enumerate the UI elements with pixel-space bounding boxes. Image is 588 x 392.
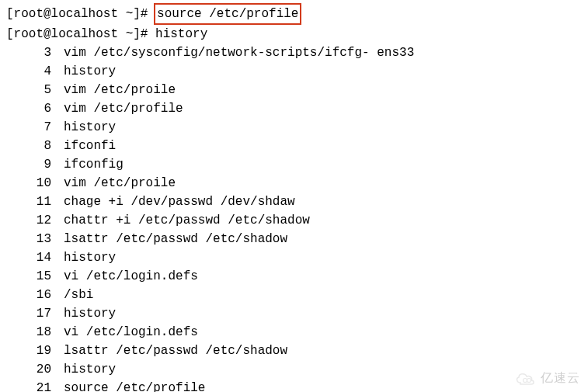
history-entry: 3vim /etc/sysconfig/network-scripts/ifcf…: [6, 43, 582, 62]
history-command: vim /etc/profile: [51, 99, 183, 118]
history-entry: 8ifconfi: [6, 137, 582, 155]
svg-point-0: [524, 379, 527, 383]
watermark: 亿速云: [514, 369, 580, 387]
history-command: vi /etc/login.defs: [51, 267, 198, 286]
history-command: /sbi: [51, 286, 93, 304]
history-command: ifconfi: [51, 137, 116, 155]
history-number: 4: [6, 62, 51, 81]
history-number: 6: [6, 99, 51, 118]
history-entry: 13lsattr /etc/passwd /etc/shadow: [6, 230, 582, 248]
history-entry: 5vim /etc/proile: [6, 81, 582, 99]
history-entry: 16/sbi: [6, 286, 582, 304]
terminal-line-2[interactable]: [root@localhost ~]# history: [6, 25, 582, 43]
history-number: 9: [6, 155, 51, 174]
history-command: history: [51, 118, 116, 137]
history-number: 12: [6, 211, 51, 230]
history-command: lsattr /etc/passwd /etc/shadow: [51, 230, 287, 248]
history-number: 11: [6, 193, 51, 211]
history-entry: 9ifconfig: [6, 155, 582, 174]
history-entry: 18vi /etc/login.defs: [6, 323, 582, 342]
history-command: chage +i /dev/passwd /dev/shdaw: [51, 193, 295, 211]
history-number: 21: [6, 379, 51, 392]
history-command: vim /etc/proile: [51, 174, 176, 193]
history-command: vi /etc/login.defs: [51, 323, 198, 342]
history-command: history: [51, 62, 116, 81]
history-number: 18: [6, 323, 51, 342]
history-command: lsattr /etc/passwd /etc/shadow: [51, 342, 287, 360]
cloud-icon: [514, 370, 538, 386]
history-number: 10: [6, 174, 51, 193]
history-command: history: [51, 248, 116, 267]
shell-prompt: [root@localhost ~]#: [6, 7, 155, 21]
history-number: 3: [6, 43, 51, 62]
history-entry: 6vim /etc/profile: [6, 99, 582, 118]
history-entry: 19lsattr /etc/passwd /etc/shadow: [6, 342, 582, 360]
history-entry: 20history: [6, 360, 582, 379]
history-command: history: [51, 360, 116, 379]
history-number: 13: [6, 230, 51, 248]
history-number: 17: [6, 304, 51, 323]
history-entry: 12chattr +i /etc/passwd /etc/shadow: [6, 211, 582, 230]
history-number: 7: [6, 118, 51, 137]
history-number: 20: [6, 360, 51, 379]
history-entry: 10vim /etc/proile: [6, 174, 582, 193]
history-entry: 17history: [6, 304, 582, 323]
highlighted-command: source /etc/profile: [154, 3, 301, 25]
command-text: history: [155, 27, 207, 41]
history-command: chattr +i /etc/passwd /etc/shadow: [51, 211, 310, 230]
history-entry: 11chage +i /dev/passwd /dev/shdaw: [6, 193, 582, 211]
history-number: 16: [6, 286, 51, 304]
svg-point-1: [527, 379, 531, 383]
history-number: 19: [6, 342, 51, 360]
history-command: ifconfig: [51, 155, 124, 174]
history-number: 14: [6, 248, 51, 267]
history-entry: 15vi /etc/login.defs: [6, 267, 582, 286]
watermark-text: 亿速云: [541, 369, 580, 387]
history-entry: 21source /etc/profile: [6, 379, 582, 392]
history-command: vim /etc/sysconfig/network-scripts/ifcfg…: [51, 43, 414, 62]
shell-prompt: [root@localhost ~]#: [6, 27, 155, 41]
history-number: 5: [6, 81, 51, 99]
terminal-line-1[interactable]: [root@localhost ~]# source /etc/profile: [6, 3, 582, 25]
history-command: history: [51, 304, 116, 323]
history-command: source /etc/profile: [51, 379, 205, 392]
history-number: 8: [6, 137, 51, 155]
history-number: 15: [6, 267, 51, 286]
history-entry: 7history: [6, 118, 582, 137]
history-entry: 14history: [6, 248, 582, 267]
history-entry: 4history: [6, 62, 582, 81]
history-command: vim /etc/proile: [51, 81, 176, 99]
